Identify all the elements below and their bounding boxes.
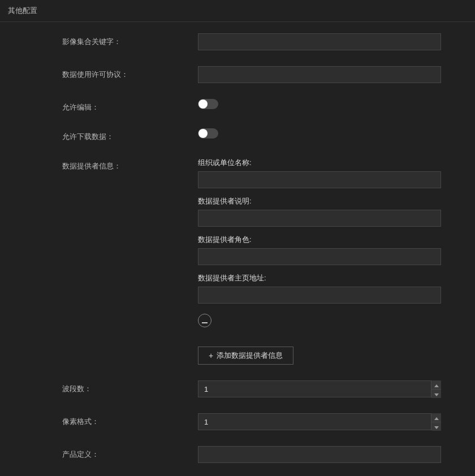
label-allow-edit: 允许编辑： [62,99,198,112]
remove-provider-button[interactable] [198,314,211,327]
spinner-up-button[interactable] [431,380,441,390]
field-provider-description: 数据提供者说明: [198,196,441,227]
input-band-count[interactable] [198,380,441,397]
chevron-up-icon [434,413,439,422]
field-provider-role: 数据提供者角色: [198,235,441,265]
sublabel-description: 数据提供者说明: [198,196,441,206]
section-title: 其他配置 [0,0,475,22]
input-provider-homepage[interactable] [198,287,441,304]
row-product-definition: 产品定义： [0,446,475,463]
chevron-up-icon [434,380,439,389]
row-provider-info: 数据提供者信息： 组织或单位名称: 数据提供者说明: 数据提供者角色: 数据提供… [0,158,475,365]
field-provider-homepage: 数据提供者主页地址: [198,273,441,304]
field-provider-org-name: 组织或单位名称: [198,158,441,188]
minus-icon [202,317,208,325]
toggle-knob [198,99,208,109]
spinner-down-button[interactable] [431,422,441,431]
chevron-down-icon [434,422,439,431]
label-pixel-format: 像素格式： [62,413,198,427]
spinner-down-button[interactable] [431,390,441,398]
input-provider-description[interactable] [198,210,441,227]
row-band-count: 波段数： [0,380,475,397]
label-band-count: 波段数： [62,380,198,394]
sublabel-homepage: 数据提供者主页地址: [198,273,441,283]
plus-icon: + [209,352,213,360]
add-provider-label: 添加数据提供者信息 [217,350,283,361]
provider-sub-group: 组织或单位名称: 数据提供者说明: 数据提供者角色: 数据提供者主页地址: [198,158,441,365]
sublabel-role: 数据提供者角色: [198,235,441,245]
label-allow-download: 允许下载数据： [62,128,198,142]
add-provider-button[interactable]: + 添加数据提供者信息 [198,347,293,365]
spinner-up-button[interactable] [431,413,441,422]
input-data-license[interactable] [198,66,441,83]
input-provider-role[interactable] [198,248,441,265]
spinner-pixel-format [431,413,441,430]
input-provider-org-name[interactable] [198,171,441,188]
toggle-knob [198,129,208,138]
label-data-license: 数据使用许可协议： [62,66,198,80]
input-image-collection-keyword[interactable] [198,33,441,50]
row-image-collection-keyword: 影像集合关键字： [0,33,475,50]
toggle-allow-edit[interactable] [198,99,218,109]
toggle-allow-download[interactable] [198,128,218,139]
label-provider-info: 数据提供者信息： [62,158,198,171]
row-allow-edit: 允许编辑： [0,99,475,112]
input-pixel-format[interactable] [198,413,441,430]
input-product-definition[interactable] [198,446,441,463]
row-data-license: 数据使用许可协议： [0,66,475,83]
spinner-band-count [431,380,441,397]
chevron-down-icon [434,390,439,398]
label-product-definition: 产品定义： [62,446,198,460]
label-image-collection-keyword: 影像集合关键字： [62,33,198,47]
row-allow-download: 允许下载数据： [0,128,475,142]
sublabel-org-name: 组织或单位名称: [198,158,441,168]
form-area: 影像集合关键字： 数据使用许可协议： 允许编辑： 允许下载数据： 数据提供者信息… [0,22,475,476]
svg-rect-0 [202,322,208,323]
row-pixel-format: 像素格式： [0,413,475,430]
